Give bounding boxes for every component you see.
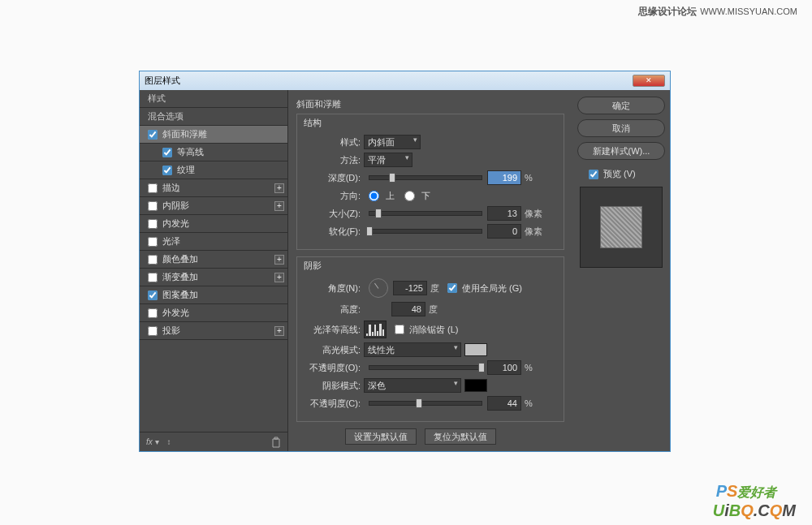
sidebar-item-pattern-overlay[interactable]: 图案叠加: [140, 286, 287, 304]
sidebar-styles[interactable]: 样式: [140, 90, 287, 108]
add-icon[interactable]: +: [274, 201, 284, 211]
add-icon[interactable]: +: [274, 326, 284, 336]
soften-input[interactable]: [487, 224, 521, 239]
technique-select[interactable]: 平滑: [364, 153, 412, 167]
angle-label: 角度(N):: [304, 282, 364, 295]
fx-menu[interactable]: fx ▾: [146, 437, 159, 446]
cancel-button[interactable]: 取消: [577, 119, 665, 137]
highlight-color-swatch[interactable]: [464, 343, 487, 356]
preview-checkbox[interactable]: [589, 170, 598, 179]
highlight-opacity-label: 不透明度(O):: [304, 362, 364, 374]
shadow-opacity-label: 不透明度(C):: [304, 398, 364, 410]
sidebar-item-label: 纹理: [177, 164, 195, 176]
direction-down-radio[interactable]: [404, 191, 415, 201]
sidebar-item-outer-glow[interactable]: 外发光: [140, 304, 287, 322]
sidebar-item-contour[interactable]: 等高线: [140, 144, 287, 161]
gloss-contour-picker[interactable]: [364, 321, 387, 338]
sidebar-item-gradient-overlay[interactable]: 渐变叠加+: [140, 269, 287, 286]
inner-glow-checkbox[interactable]: [148, 219, 158, 229]
main-panel: 斜面和浮雕 结构 样式:内斜面 方法:平滑 深度(D):% 方向:上下 大小(Z…: [288, 90, 572, 451]
depth-input[interactable]: [487, 170, 521, 185]
sidebar-footer: fx ▾ ↕: [140, 432, 287, 451]
dialog-title: 图层样式: [145, 75, 180, 87]
sidebar-item-label: 图案叠加: [162, 289, 198, 301]
sidebar: 样式 混合选项 斜面和浮雕 等高线 纹理 描边+ 内阴影+ 内发光 光泽 颜色叠…: [140, 90, 288, 451]
color-overlay-checkbox[interactable]: [148, 255, 158, 265]
titlebar[interactable]: 图层样式 ✕: [140, 71, 670, 90]
trash-icon[interactable]: [271, 437, 281, 448]
sidebar-item-label: 等高线: [177, 146, 204, 158]
sidebar-item-label: 外发光: [162, 307, 189, 319]
shading-group: 阴影 角度(N):度使用全局光 (G) 高度:度 光泽等高线:消除锯齿 (L) …: [296, 256, 564, 422]
direction-up-radio[interactable]: [369, 191, 379, 201]
sidebar-item-stroke[interactable]: 描边+: [140, 179, 287, 197]
sidebar-item-label: 投影: [162, 325, 180, 337]
highlight-mode-select[interactable]: 线性光: [364, 342, 461, 357]
drop-shadow-checkbox[interactable]: [148, 326, 158, 336]
depth-slider[interactable]: [369, 175, 482, 180]
altitude-input[interactable]: [391, 302, 425, 316]
sidebar-item-bevel[interactable]: 斜面和浮雕: [140, 126, 287, 144]
shadow-color-swatch[interactable]: [464, 379, 487, 392]
sidebar-item-label: 斜面和浮雕: [162, 128, 207, 140]
stroke-checkbox[interactable]: [148, 183, 158, 193]
sidebar-item-satin[interactable]: 光泽: [140, 233, 287, 251]
structure-label: 结构: [304, 117, 557, 129]
structure-group: 结构 样式:内斜面 方法:平滑 深度(D):% 方向:上下 大小(Z):像素 软…: [296, 114, 564, 250]
shadow-mode-select[interactable]: 深色: [364, 378, 461, 393]
new-style-button[interactable]: 新建样式(W)...: [577, 142, 665, 160]
antialias-checkbox[interactable]: [395, 325, 404, 334]
sidebar-item-color-overlay[interactable]: 颜色叠加+: [140, 251, 287, 269]
soften-label: 软化(F):: [304, 226, 364, 238]
angle-input[interactable]: [393, 281, 427, 295]
outer-glow-checkbox[interactable]: [148, 308, 158, 318]
sidebar-item-label: 渐变叠加: [162, 271, 198, 283]
contour-checkbox[interactable]: [162, 148, 172, 157]
global-light-checkbox[interactable]: [447, 283, 457, 293]
angle-dial[interactable]: [369, 278, 388, 298]
inner-shadow-checkbox[interactable]: [148, 201, 158, 211]
sidebar-item-label: 光泽: [162, 235, 180, 247]
preview-box: [580, 187, 663, 268]
sidebar-item-inner-glow[interactable]: 内发光: [140, 215, 287, 233]
ok-button[interactable]: 确定: [577, 97, 665, 114]
sidebar-blending[interactable]: 混合选项: [140, 108, 287, 126]
soften-slider[interactable]: [369, 229, 482, 234]
pattern-overlay-checkbox[interactable]: [148, 290, 158, 300]
reset-default-button[interactable]: 复位为默认值: [425, 428, 496, 445]
sidebar-item-inner-shadow[interactable]: 内阴影+: [140, 197, 287, 215]
gradient-overlay-checkbox[interactable]: [148, 273, 158, 282]
style-select[interactable]: 内斜面: [364, 135, 421, 149]
layer-style-dialog: 图层样式 ✕ 样式 混合选项 斜面和浮雕 等高线 纹理 描边+ 内阴影+ 内发光…: [139, 71, 671, 452]
shadow-opacity-slider[interactable]: [369, 401, 482, 406]
depth-label: 深度(D):: [304, 172, 364, 184]
size-label: 大小(Z):: [304, 208, 364, 220]
bevel-checkbox[interactable]: [148, 130, 158, 140]
add-icon[interactable]: +: [274, 183, 284, 193]
size-slider[interactable]: [369, 211, 482, 216]
gloss-label: 光泽等高线:: [304, 324, 364, 336]
sidebar-item-label: 内阴影: [162, 200, 189, 212]
shadow-opacity-input[interactable]: [487, 396, 521, 411]
sidebar-item-label: 内发光: [162, 217, 189, 230]
highlight-opacity-slider[interactable]: [369, 365, 482, 370]
highlight-mode-label: 高光模式:: [304, 344, 364, 356]
sidebar-item-texture[interactable]: 纹理: [140, 161, 287, 179]
close-button[interactable]: ✕: [633, 75, 665, 87]
direction-label: 方向:: [304, 190, 364, 202]
add-icon[interactable]: +: [274, 255, 284, 265]
make-default-button[interactable]: 设置为默认值: [345, 428, 417, 445]
size-input[interactable]: [487, 206, 521, 221]
up-down-icon[interactable]: ↕: [167, 437, 171, 446]
right-panel: 确定 取消 新建样式(W)... 预览 (V): [572, 90, 670, 451]
highlight-opacity-input[interactable]: [487, 360, 521, 375]
altitude-label: 高度:: [304, 303, 364, 316]
page-watermark-top: 思缘设计论坛WWW.MISSYUAN.COM: [638, 5, 797, 19]
sidebar-item-drop-shadow[interactable]: 投影+: [140, 322, 287, 340]
texture-checkbox[interactable]: [162, 166, 172, 175]
panel-title: 斜面和浮雕: [296, 98, 564, 110]
technique-label: 方法:: [304, 154, 364, 166]
satin-checkbox[interactable]: [148, 237, 158, 247]
shadow-mode-label: 阴影模式:: [304, 380, 364, 392]
add-icon[interactable]: +: [274, 273, 284, 282]
